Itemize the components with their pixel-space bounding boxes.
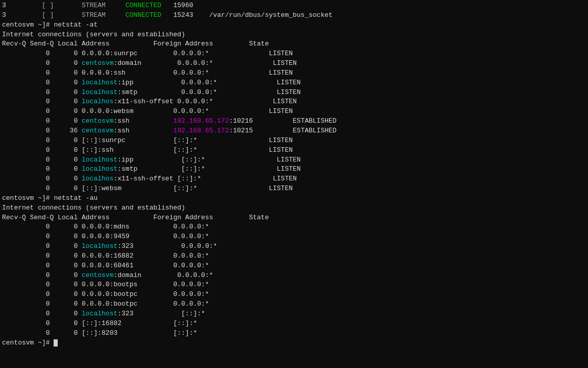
terminal-line: centosvm ~]# netstat -au (2, 194, 586, 203)
terminal-line: 0 0 [::]:ssh [::]:* LISTEN (2, 146, 586, 155)
terminal-line: 0 0 0.0.0.0:16882 0.0.0.0:* (2, 251, 586, 261)
terminal-line: 0 0 0.0.0.0:bootpc 0.0.0.0:* (2, 290, 586, 300)
terminal-line: 0 0 localhost:323 [::]:* (2, 309, 586, 319)
terminal-line: 0 0 localhos:x11-ssh-offset 0.0.0.0:* LI… (2, 97, 586, 107)
terminal-line: 0 0 [::]:websm [::]:* LISTEN (2, 184, 586, 194)
terminal-line: 0 0 0.0.0.0:ssh 0.0.0.0:* LISTEN (2, 68, 586, 78)
terminal-line: 0 0 localhos:x11-ssh-offset [::]:* LISTE… (2, 174, 586, 184)
terminal-line: 0 0 localhost:smtp 0.0.0.0:* LISTEN (2, 88, 586, 98)
terminal-line: 0 0 [::]:16882 [::]:* (2, 319, 586, 329)
terminal-line: 0 0 centosvm:domain 0.0.0.0:* LISTEN (2, 59, 586, 68)
terminal-line: 0 0 localhost:ipp 0.0.0.0:* LISTEN (2, 78, 586, 88)
terminal-line: 0 0 [::]:8203 [::]:* (2, 329, 586, 338)
terminal-line: 3 [ ] STREAM CONNECTED 15960 (2, 1, 586, 11)
terminal-line: 0 0 0.0.0.0:websm 0.0.0.0:* LISTEN (2, 107, 586, 117)
terminal-line: Recv-Q Send-Q Local Address Foreign Addr… (2, 39, 586, 49)
terminal-line: 0 0 localhost:323 0.0.0.0:* (2, 242, 586, 251)
terminal-line: 0 0 0.0.0.0:sunrpc 0.0.0.0:* LISTEN (2, 49, 586, 59)
terminal-line: 0 0 localhost:ipp [::]:* LISTEN (2, 155, 586, 165)
terminal-line: 0 0 0.0.0.0:60461 0.0.0.0:* (2, 261, 586, 271)
terminal-output: 3 [ ] STREAM CONNECTED 159603 [ ] STREAM… (2, 1, 586, 348)
terminal-line: 0 0 [::]:sunrpc [::]:* LISTEN (2, 136, 586, 146)
terminal-line: centosvm ~]# netstat -at (2, 20, 586, 30)
terminal-line: 0 0 0.0.0.0:bootpc 0.0.0.0:* (2, 300, 586, 309)
terminal-line: centosvm ~]# (2, 338, 586, 348)
terminal-line: Internet connections (servers and establ… (2, 203, 586, 213)
terminal-line: 0 0 0.0.0.0:9459 0.0.0.0:* (2, 232, 586, 242)
terminal-line: 0 0 centosvm:ssh 192.168.65.172:10216 ES… (2, 117, 586, 126)
terminal-line: 0 0 0.0.0.0:bootps 0.0.0.0:* (2, 280, 586, 290)
terminal-line: 3 [ ] STREAM CONNECTED 15243 /var/run/db… (2, 11, 586, 20)
terminal-line: 0 0 0.0.0.0:mdns 0.0.0.0:* (2, 222, 586, 232)
terminal-line: Recv-Q Send-Q Local Address Foreign Addr… (2, 213, 586, 223)
terminal-line: 0 0 centosvm:domain 0.0.0.0:* (2, 271, 586, 281)
terminal-line: Internet connections (servers and establ… (2, 30, 586, 40)
terminal-cursor (54, 339, 58, 347)
terminal-line: 0 0 localhost:smtp [::]:* LISTEN (2, 165, 586, 174)
terminal-window[interactable]: 3 [ ] STREAM CONNECTED 159603 [ ] STREAM… (0, 0, 588, 368)
terminal-line: 0 36 centosvm:ssh 192.168.65.172:10215 E… (2, 126, 586, 136)
